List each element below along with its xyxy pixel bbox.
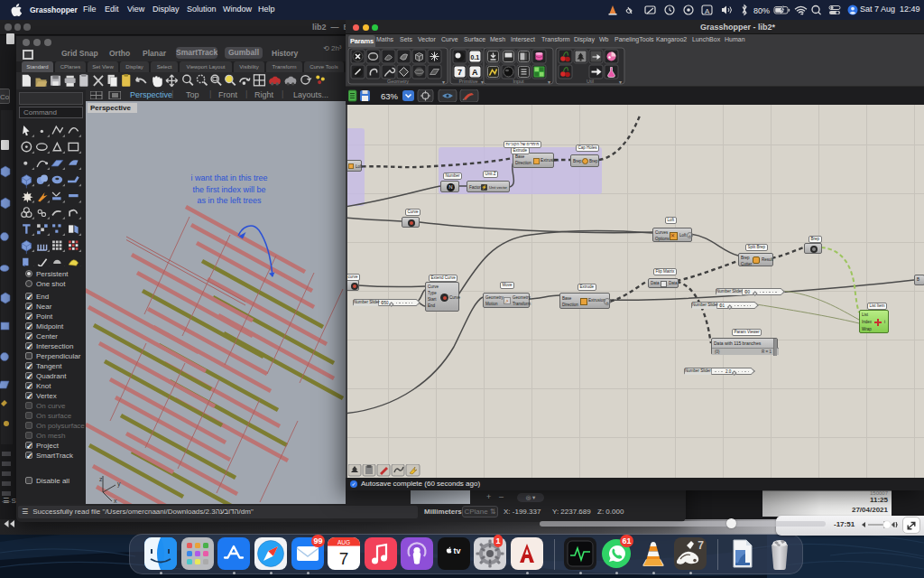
svg-text:y: y xyxy=(117,480,121,488)
svg-text:0.1: 0.1 xyxy=(471,54,480,61)
svg-text:80%: 80% xyxy=(753,6,770,15)
svg-text:x: x xyxy=(114,498,117,504)
svg-text:Geometry: Geometry xyxy=(387,79,409,84)
svg-text:63%: 63% xyxy=(381,91,399,101)
svg-text:A: A xyxy=(472,68,478,77)
svg-text:Input: Input xyxy=(513,79,524,84)
svg-text:▾: ▾ xyxy=(619,79,622,85)
svg-text:Util: Util xyxy=(587,79,594,84)
svg-text:▾: ▾ xyxy=(442,79,445,85)
svg-text:z: z xyxy=(99,476,103,482)
svg-text:7: 7 xyxy=(457,68,462,77)
svg-text:Primitive: Primitive xyxy=(458,79,477,84)
svg-text:A: A xyxy=(705,7,710,15)
svg-text:▾: ▾ xyxy=(548,79,550,85)
